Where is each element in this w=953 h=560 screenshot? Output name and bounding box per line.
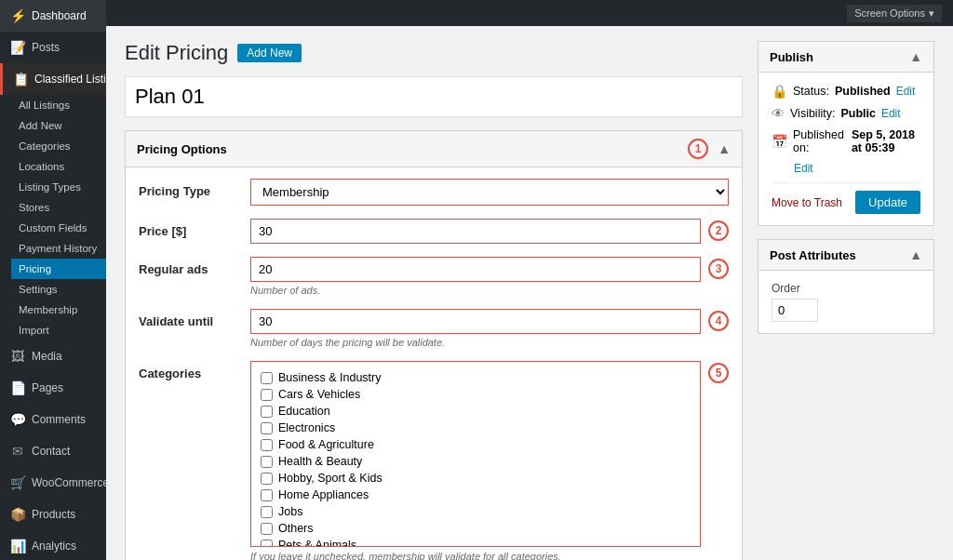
side-column: Publish ▲ 🔒 Status: Published Edit 👁 Vis…: [758, 41, 934, 545]
sidebar-item-pages[interactable]: 📄 Pages: [0, 372, 106, 404]
sidebar-item-analytics[interactable]: 📊 Analytics: [0, 530, 106, 560]
category-others: Others: [261, 520, 691, 537]
woocommerce-icon: 🛒: [9, 474, 26, 491]
status-value: Published: [835, 85, 891, 98]
plan-title-input[interactable]: [125, 76, 743, 117]
sidebar-item-stores[interactable]: Stores: [11, 197, 106, 218]
category-others-checkbox[interactable]: [261, 523, 273, 535]
validate-until-hint: Number of days the pricing will be valid…: [250, 337, 701, 348]
visibility-value: Public: [840, 107, 876, 120]
validate-until-input[interactable]: [251, 310, 700, 333]
category-jobs-checkbox[interactable]: [261, 506, 273, 518]
publish-header[interactable]: Publish ▲: [758, 42, 933, 73]
regular-ads-row: Regular ads Number of ads. 3: [139, 257, 729, 296]
chevron-down-icon: ▾: [929, 7, 934, 20]
category-food-agriculture-checkbox[interactable]: [261, 439, 273, 451]
regular-ads-input[interactable]: [251, 258, 700, 281]
sidebar-item-listing-types[interactable]: Listing Types: [11, 177, 106, 197]
post-attributes-header[interactable]: Post Attributes ▲: [758, 240, 933, 271]
sidebar-item-import[interactable]: Import: [11, 320, 106, 340]
pricing-type-row: Pricing Type Membership Regular Featured: [139, 179, 729, 206]
category-home-appliances-checkbox[interactable]: [261, 489, 273, 501]
sidebar-item-classified-listing[interactable]: 📋 Classified Listing: [0, 63, 106, 95]
regular-ads-hint: Number of ads.: [250, 285, 701, 296]
post-attributes-collapse-arrow: ▲: [909, 247, 922, 262]
sidebar-item-media[interactable]: 🖼 Media: [0, 340, 106, 372]
categories-field: Business & Industry Cars & Vehicles Educ…: [250, 361, 729, 560]
posts-icon: 📝: [9, 39, 26, 56]
sidebar-item-contact[interactable]: ✉ Contact: [0, 435, 106, 467]
visibility-edit-link[interactable]: Edit: [881, 107, 901, 120]
sidebar-item-payment-history[interactable]: Payment History: [11, 238, 106, 259]
sidebar-item-woocommerce[interactable]: 🛒 WooCommerce: [0, 467, 106, 499]
publish-metabox: Publish ▲ 🔒 Status: Published Edit 👁 Vis…: [758, 41, 934, 226]
add-new-button[interactable]: Add New: [237, 44, 302, 62]
analytics-icon: 📊: [9, 538, 26, 554]
update-button[interactable]: Update: [855, 191, 920, 214]
circle-number-2: 2: [708, 220, 729, 241]
category-home-appliances: Home Appliances: [261, 487, 691, 503]
sidebar-item-categories[interactable]: Categories: [11, 136, 106, 156]
category-jobs: Jobs: [261, 503, 691, 520]
category-business-industry: Business & Industry: [261, 369, 691, 386]
category-electronics-checkbox[interactable]: [261, 422, 273, 434]
category-education: Education: [261, 403, 691, 420]
status-icon: 🔒: [772, 84, 787, 99]
category-hobby-sport-kids: Hobby, Sport & Kids: [261, 470, 691, 487]
dashboard-icon: ⚡: [9, 7, 26, 24]
admin-bar: Screen Options ▾: [106, 0, 953, 26]
sidebar-item-comments[interactable]: 💬 Comments: [0, 404, 106, 435]
category-cars-vehicles-checkbox[interactable]: [261, 389, 273, 401]
publish-date-row: 📅 Published on: Sep 5, 2018 at 05:39: [772, 128, 920, 154]
validate-until-field: Number of days the pricing will be valid…: [250, 309, 729, 348]
pricing-options-body: Pricing Type Membership Regular Featured…: [126, 167, 742, 560]
published-value: Sep 5, 2018 at 05:39: [852, 128, 920, 154]
status-label: Status:: [793, 85, 829, 98]
order-input[interactable]: [772, 299, 818, 322]
sidebar-item-locations[interactable]: Locations: [11, 156, 106, 177]
sidebar-item-membership[interactable]: Membership: [11, 300, 106, 320]
content-area: Edit Pricing Add New Pricing Options 1 ▲: [106, 26, 953, 560]
category-pets-animals: Pets & Animals: [261, 537, 691, 547]
publish-collapse-arrow: ▲: [909, 49, 922, 64]
categories-hint: If you leave it unchecked, membership wi…: [250, 551, 701, 560]
price-input[interactable]: [251, 220, 700, 243]
pricing-type-select[interactable]: Membership Regular Featured: [250, 179, 729, 206]
classified-listing-icon: 📋: [12, 71, 29, 87]
status-edit-link[interactable]: Edit: [896, 85, 916, 98]
sidebar-item-add-new[interactable]: Add New: [11, 115, 106, 136]
publish-status-row: 🔒 Status: Published Edit: [772, 84, 920, 99]
post-attributes-metabox: Post Attributes ▲ Order: [758, 239, 934, 334]
main-column: Edit Pricing Add New Pricing Options 1 ▲: [125, 41, 743, 545]
sidebar-item-pricing[interactable]: Pricing: [11, 259, 106, 279]
validate-until-label: Validate until: [139, 309, 241, 328]
post-attributes-body: Order: [758, 271, 933, 333]
category-business-industry-checkbox[interactable]: [261, 372, 273, 384]
category-hobby-sport-kids-checkbox[interactable]: [261, 473, 273, 485]
category-pets-animals-checkbox[interactable]: [261, 540, 273, 548]
pricing-options-header[interactable]: Pricing Options 1 ▲: [126, 131, 742, 167]
sidebar-item-products[interactable]: 📦 Products: [0, 499, 106, 530]
circle-number-1: 1: [688, 139, 708, 159]
move-to-trash-link[interactable]: Move to Trash: [772, 196, 842, 209]
sidebar-item-all-listings[interactable]: All Listings: [11, 95, 106, 115]
media-icon: 🖼: [9, 348, 26, 365]
collapse-arrow: ▲: [718, 141, 731, 156]
visibility-label: Visibility:: [790, 107, 835, 120]
calendar-icon: 📅: [772, 134, 787, 149]
publish-visibility-row: 👁 Visibility: Public Edit: [772, 106, 920, 121]
sidebar-item-settings[interactable]: Settings: [11, 279, 106, 300]
published-edit-link[interactable]: Edit: [794, 162, 813, 175]
pricing-options-metabox: Pricing Options 1 ▲ Pricing Type Members…: [125, 130, 743, 560]
category-education-checkbox[interactable]: [261, 406, 273, 418]
category-health-beauty-checkbox[interactable]: [261, 456, 273, 468]
sidebar-item-custom-fields[interactable]: Custom Fields: [11, 218, 106, 238]
pricing-type-label: Pricing Type: [139, 179, 241, 198]
screen-options-button[interactable]: Screen Options ▾: [847, 5, 942, 22]
order-label: Order: [772, 282, 920, 295]
sidebar-item-posts[interactable]: 📝 Posts: [0, 32, 106, 63]
contact-icon: ✉: [9, 443, 26, 460]
sidebar: ⚡ Dashboard 📝 Posts 📋 Classified Listing…: [0, 0, 106, 560]
category-electronics: Electronics: [261, 420, 691, 436]
sidebar-item-dashboard[interactable]: ⚡ Dashboard: [0, 0, 106, 32]
